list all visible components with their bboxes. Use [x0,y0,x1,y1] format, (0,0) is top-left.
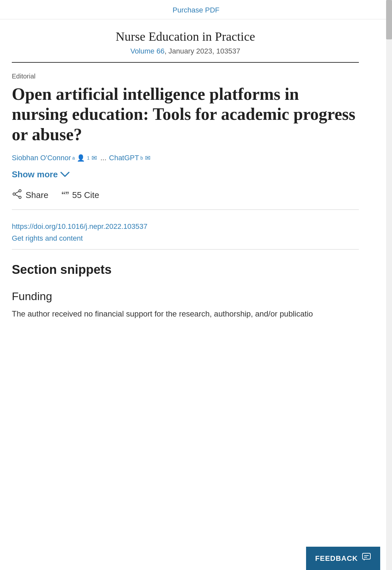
journal-volume-details: , January 2023, 103537 [164,47,240,55]
journal-volume: Volume 66, January 2023, 103537 [12,47,359,55]
feedback-icon [362,553,371,564]
svg-point-1 [19,196,21,199]
cite-icon: “” [61,190,69,201]
scrollbar[interactable] [386,0,392,570]
authors-sep: ... [100,154,106,162]
svg-point-0 [19,190,21,192]
share-label: Share [26,190,48,200]
purchase-pdf-bar: Purchase PDF [0,0,392,19]
svg-line-4 [15,195,19,197]
cite-count-label: 55 Cite [72,190,99,200]
journal-volume-link[interactable]: Volume 66 [130,47,164,55]
author-siobhan[interactable]: Siobhan O'Connor [12,154,71,162]
article-title: Open artificial intelligence platforms i… [12,84,359,144]
feedback-button[interactable]: FEEDBACK [306,547,380,570]
scrollbar-thumb[interactable] [386,0,392,39]
share-icon [12,189,22,202]
author-siobhan-person-icon: 👤 [77,154,85,162]
rights-link[interactable]: Get rights and content [12,234,83,242]
share-button[interactable]: Share [12,189,48,202]
chevron-down-icon [60,169,70,180]
article-type: Editorial [12,73,359,80]
author-chatgpt-sup: b [140,155,143,161]
journal-title: Nurse Education in Practice [12,29,359,44]
author-chatgpt[interactable]: ChatGPT [109,154,139,162]
funding-section: Funding The author received no financial… [12,287,359,320]
feedback-label: FEEDBACK [315,554,358,563]
author-siobhan-email-icon[interactable]: ✉ [92,154,97,162]
cite-button[interactable]: “” 55 Cite [61,190,99,201]
author-chatgpt-email-icon[interactable]: ✉ [145,154,151,162]
links-section: https://doi.org/10.1016/j.nepr.2022.1035… [12,219,359,250]
doi-link[interactable]: https://doi.org/10.1016/j.nepr.2022.1035… [12,222,359,231]
author-siobhan-sup: a [72,155,75,161]
author-siobhan-num: 1 [87,155,90,161]
show-more-label: Show more [12,169,58,180]
svg-line-3 [15,191,19,193]
authors-line: Siobhan O'Connor a 👤 1 ✉ ... ChatGPT b ✉ [12,154,359,162]
journal-header: Nurse Education in Practice Volume 66, J… [12,19,359,63]
show-more-button[interactable]: Show more [12,169,70,180]
purchase-pdf-link[interactable]: Purchase PDF [173,6,219,14]
funding-text: The author received no financial support… [12,308,359,320]
svg-point-2 [13,193,15,195]
section-snippets-title: Section snippets [12,263,359,277]
funding-title: Funding [12,290,359,303]
article-section: Editorial Open artificial intelligence p… [12,63,359,326]
action-bar: Share “” 55 Cite [12,189,359,210]
svg-rect-5 [362,553,370,559]
section-snippets: Section snippets Funding The author rece… [12,250,359,326]
